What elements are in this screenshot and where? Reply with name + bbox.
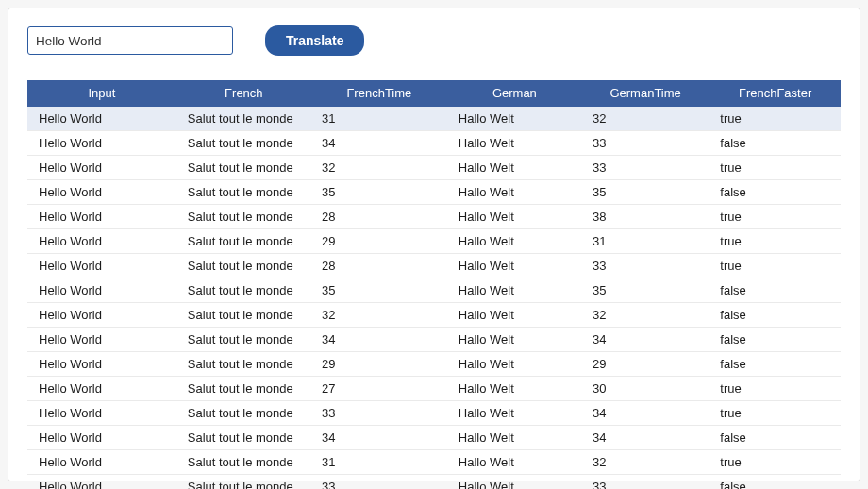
cell[interactable]: 34 xyxy=(581,328,709,352)
cell[interactable]: Salut tout le monde xyxy=(176,180,310,205)
cell[interactable]: false xyxy=(709,352,841,377)
cell[interactable]: true xyxy=(709,156,841,180)
cell[interactable]: Hallo Welt xyxy=(447,328,581,352)
cell[interactable]: Hello World xyxy=(27,229,176,254)
cell[interactable]: Hallo Welt xyxy=(447,303,581,328)
cell[interactable]: 29 xyxy=(581,352,709,377)
cell[interactable]: Hello World xyxy=(27,352,176,377)
cell[interactable]: 33 xyxy=(581,254,709,278)
cell[interactable]: 32 xyxy=(310,303,447,328)
cell[interactable]: Salut tout le monde xyxy=(176,352,310,377)
cell[interactable]: Hello World xyxy=(27,426,176,450)
cell[interactable]: false xyxy=(709,180,841,205)
cell[interactable]: 33 xyxy=(581,131,709,156)
cell[interactable]: Salut tout le monde xyxy=(176,426,310,450)
column-header[interactable]: GermanTime xyxy=(581,80,709,107)
cell[interactable]: 33 xyxy=(581,156,709,180)
cell[interactable]: Hallo Welt xyxy=(447,107,581,131)
cell[interactable]: Salut tout le monde xyxy=(176,156,310,180)
results-table[interactable]: InputFrenchFrenchTimeGermanGermanTimeFre… xyxy=(27,80,841,489)
cell[interactable]: Hello World xyxy=(27,450,176,475)
cell[interactable]: 33 xyxy=(310,475,447,489)
cell[interactable]: false xyxy=(709,475,841,489)
cell[interactable]: Hello World xyxy=(27,303,176,328)
cell[interactable]: Hello World xyxy=(27,401,176,426)
cell[interactable]: 29 xyxy=(310,229,447,254)
cell[interactable]: Hallo Welt xyxy=(447,254,581,278)
cell[interactable]: 35 xyxy=(310,278,447,303)
cell[interactable]: 34 xyxy=(310,426,447,450)
column-header[interactable]: Input xyxy=(27,80,176,107)
column-header[interactable]: German xyxy=(447,80,581,107)
cell[interactable]: 34 xyxy=(310,131,447,156)
cell[interactable]: Hallo Welt xyxy=(447,450,581,475)
cell[interactable]: Hallo Welt xyxy=(447,131,581,156)
cell[interactable]: Hello World xyxy=(27,131,176,156)
cell[interactable]: Hallo Welt xyxy=(447,401,581,426)
cell[interactable]: Hallo Welt xyxy=(447,475,581,489)
cell[interactable]: Hallo Welt xyxy=(447,205,581,229)
translate-button[interactable]: Translate xyxy=(265,25,364,56)
cell[interactable]: Hallo Welt xyxy=(447,229,581,254)
cell[interactable]: 32 xyxy=(581,303,709,328)
cell[interactable]: 33 xyxy=(581,475,709,489)
cell[interactable]: 35 xyxy=(581,278,709,303)
cell[interactable]: Hello World xyxy=(27,254,176,278)
cell[interactable]: Salut tout le monde xyxy=(176,377,310,401)
cell[interactable]: Hello World xyxy=(27,156,176,180)
cell[interactable]: Hello World xyxy=(27,377,176,401)
cell[interactable]: 32 xyxy=(581,107,709,131)
cell[interactable]: Hallo Welt xyxy=(447,377,581,401)
cell[interactable]: true xyxy=(709,377,841,401)
cell[interactable]: Hello World xyxy=(27,180,176,205)
column-header[interactable]: FrenchTime xyxy=(310,80,447,107)
cell[interactable]: Salut tout le monde xyxy=(176,475,310,489)
cell[interactable]: 32 xyxy=(581,450,709,475)
cell[interactable]: Hallo Welt xyxy=(447,278,581,303)
cell[interactable]: false xyxy=(709,131,841,156)
cell[interactable]: 32 xyxy=(310,156,447,180)
cell[interactable]: false xyxy=(709,328,841,352)
cell[interactable]: 34 xyxy=(581,426,709,450)
cell[interactable]: 35 xyxy=(581,180,709,205)
source-text-input[interactable] xyxy=(27,26,233,55)
cell[interactable]: Hello World xyxy=(27,205,176,229)
cell[interactable]: Hello World xyxy=(27,278,176,303)
cell[interactable]: 38 xyxy=(581,205,709,229)
cell[interactable]: Salut tout le monde xyxy=(176,205,310,229)
cell[interactable]: Salut tout le monde xyxy=(176,450,310,475)
cell[interactable]: Salut tout le monde xyxy=(176,401,310,426)
cell[interactable]: Hallo Welt xyxy=(447,180,581,205)
cell[interactable]: 31 xyxy=(310,450,447,475)
cell[interactable]: Salut tout le monde xyxy=(176,107,310,131)
cell[interactable]: Salut tout le monde xyxy=(176,303,310,328)
cell[interactable]: 31 xyxy=(310,107,447,131)
cell[interactable]: false xyxy=(709,426,841,450)
cell[interactable]: true xyxy=(709,450,841,475)
cell[interactable]: true xyxy=(709,205,841,229)
cell[interactable]: false xyxy=(709,303,841,328)
cell[interactable]: true xyxy=(709,107,841,131)
cell[interactable]: Hallo Welt xyxy=(447,426,581,450)
cell[interactable]: 31 xyxy=(581,229,709,254)
cell[interactable]: Hello World xyxy=(27,107,176,131)
cell[interactable]: Salut tout le monde xyxy=(176,328,310,352)
cell[interactable]: Hello World xyxy=(27,328,176,352)
cell[interactable]: true xyxy=(709,229,841,254)
cell[interactable]: Salut tout le monde xyxy=(176,278,310,303)
column-header[interactable]: French xyxy=(176,80,310,107)
cell[interactable]: 28 xyxy=(310,205,447,229)
cell[interactable]: 34 xyxy=(310,328,447,352)
cell[interactable]: Salut tout le monde xyxy=(176,254,310,278)
cell[interactable]: 29 xyxy=(310,352,447,377)
cell[interactable]: true xyxy=(709,254,841,278)
cell[interactable]: Hello World xyxy=(27,475,176,489)
cell[interactable]: 35 xyxy=(310,180,447,205)
cell[interactable]: false xyxy=(709,278,841,303)
cell[interactable]: Salut tout le monde xyxy=(176,229,310,254)
cell[interactable]: 27 xyxy=(310,377,447,401)
cell[interactable]: 28 xyxy=(310,254,447,278)
cell[interactable]: 34 xyxy=(581,401,709,426)
column-header[interactable]: FrenchFaster xyxy=(709,80,841,107)
cell[interactable]: Hallo Welt xyxy=(447,352,581,377)
